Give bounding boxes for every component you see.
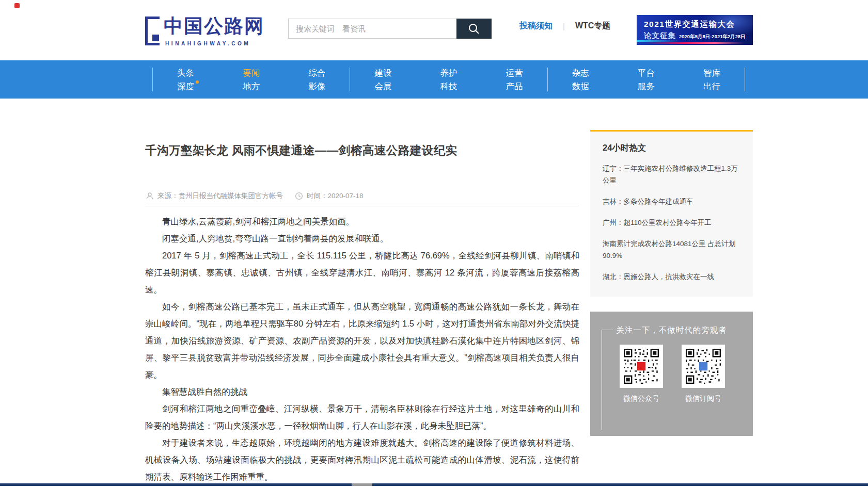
- link-submission-guidelines[interactable]: 投稿须知: [519, 21, 553, 31]
- nav-group-construction: 建设 会展: [350, 60, 416, 99]
- page-corner-marker: [14, 3, 20, 8]
- nav-item-toutiao[interactable]: 头条: [177, 69, 194, 77]
- article-source: 来源：贵州日报当代融媒体集团官方帐号: [146, 191, 283, 201]
- corner-bracket-decoration: [602, 330, 602, 430]
- wechat-official-qr-code: [620, 345, 663, 388]
- search-button[interactable]: [456, 19, 492, 39]
- article-paragraph: 2017 年 5 月，剑榕高速正式动工，全长 115.115 公里，桥隧比高达 …: [145, 247, 579, 298]
- banner-dates: 2020年5月8日-2021年2月28日: [679, 34, 746, 40]
- nav-group-magazine: 杂志 数据: [548, 60, 613, 99]
- banner-red-streak-decoration: [645, 42, 745, 44]
- hot-articles-box: 24小时热文 辽宁：三年实施农村公路维修改造工程1.3万公里 吉林：多条公路今年…: [590, 130, 753, 297]
- banner-title: 2021世界交通运输大会: [644, 19, 735, 30]
- qr-center-logo: [637, 362, 645, 370]
- new-badge-dot: [196, 80, 199, 84]
- follow-box-title: 关注一下，不做时代的旁观者: [590, 325, 753, 336]
- person-icon: [146, 192, 154, 200]
- nav-group-maintenance: 养护 科技: [416, 60, 481, 99]
- nav-item-keji[interactable]: 科技: [440, 82, 457, 91]
- wechat-subscription-qr-code: [682, 345, 725, 388]
- article-source-label: 来源：贵州日报当代融媒体集团官方帐号: [157, 191, 283, 201]
- main-nav: 头条 深度 要闻 地方 综合 影像 建设 会展 养护 科技 运营: [0, 60, 868, 99]
- nav-item-yingxiang[interactable]: 影像: [308, 82, 325, 91]
- nav-group-thinktank: 智库 出行: [679, 60, 745, 99]
- article-divider: [145, 206, 579, 206]
- nav-item-shuju[interactable]: 数据: [572, 82, 589, 91]
- nav-item-zhiku[interactable]: 智库: [703, 69, 720, 77]
- nav-item-huizhan[interactable]: 会展: [374, 82, 391, 91]
- bottom-footer-edge: [0, 483, 868, 486]
- clock-icon: [295, 192, 303, 200]
- hot-article-link[interactable]: 海南累计完成农村公路14081公里 占总计划90.9%: [603, 238, 740, 262]
- nav-group-headlines: 头条 深度: [153, 60, 218, 99]
- page: 中国公路网 HINAHIGHWAY.COM 投稿须知 | WTC专题: [0, 0, 868, 487]
- logo-title: 中国公路网: [164, 13, 264, 39]
- qr-label-subscription: 微信订阅号: [682, 394, 725, 403]
- hot-articles-title: 24小时热文: [603, 142, 740, 154]
- article-time-label: 时间：2020-07-18: [307, 191, 364, 201]
- nav-group-news: 要闻 地方: [218, 60, 284, 99]
- conference-banner-ad[interactable]: 2021世界交通运输大会 论文征集 2020年5月8日-2021年2月28日: [637, 15, 753, 45]
- nav-item-yaowen-active[interactable]: 要闻: [243, 69, 260, 77]
- article-paragraph: 剑河和榕江两地之间重峦叠嶂、江河纵横、景象万千，清朝名臣林则徐在行经这片土地，对…: [145, 400, 579, 434]
- nav-item-yunying[interactable]: 运营: [506, 69, 523, 77]
- logo-bracket-icon: [145, 17, 160, 45]
- header-links: 投稿须知 | WTC专题: [519, 21, 610, 31]
- nav-item-jianshe[interactable]: 建设: [374, 69, 391, 77]
- article-paragraph: 闭塞交通,人穷地贫,弯弯山路一直制约着两县的发展和联通。: [145, 230, 579, 247]
- link-wtc-special[interactable]: WTC专题: [575, 21, 610, 31]
- banner-subtitle-row: 论文征集 2020年5月8日-2021年2月28日: [644, 31, 746, 41]
- hot-article-link[interactable]: 辽宁：三年实施农村公路维修改造工程1.3万公里: [603, 163, 740, 187]
- article-paragraph: 青山绿水,云蒸霞蔚,剑河和榕江两地之间美景如画。: [145, 213, 579, 230]
- nav-item-difang[interactable]: 地方: [243, 82, 260, 91]
- nav-item-zazhi[interactable]: 杂志: [572, 69, 589, 77]
- links-separator: |: [563, 22, 565, 30]
- nav-item-fuwu[interactable]: 服务: [638, 82, 655, 91]
- qr-center-logo: [699, 362, 707, 370]
- hot-article-link[interactable]: 吉林：多条公路今年建成通车: [603, 196, 740, 208]
- wechat-follow-box: 关注一下，不做时代的旁观者: [590, 312, 753, 436]
- article-title: 千沟万壑架长龙 风雨不惧建通途——剑榕高速公路建设纪实: [145, 142, 579, 158]
- nav-item-yanghu[interactable]: 养护: [440, 69, 457, 77]
- search-input[interactable]: [288, 19, 456, 39]
- search-bar: [288, 19, 492, 39]
- nav-item-zonghe[interactable]: 综合: [308, 69, 325, 77]
- nav-group-operation: 运营 产品: [482, 60, 547, 99]
- nav-item-chuxing[interactable]: 出行: [703, 82, 720, 91]
- nav-item-pingtai[interactable]: 平台: [638, 69, 655, 77]
- qr-label-official: 微信公众号: [620, 394, 663, 403]
- article-paragraph: 集智慧战胜自然的挑战: [145, 383, 579, 400]
- banner-cta: 论文征集: [644, 31, 676, 41]
- logo-square-icon: [152, 35, 159, 41]
- hot-article-link[interactable]: 湖北：恩施公路人，抗洪救灾在一线: [603, 271, 740, 283]
- article-paragraph: 对于建设者来说，生态越原始，环境越幽闭的地方建设难度就越大。剑榕高速的建设除了便…: [145, 434, 579, 485]
- nav-item-chanpin[interactable]: 产品: [506, 82, 523, 91]
- article-paragraph: 如今，剑榕高速公路已基本完工，虽未正式通车，但从高空眺望，宽阔通畅的高速公路犹如…: [145, 298, 579, 383]
- nav-group-platform: 平台 服务: [613, 60, 679, 99]
- hot-article-link[interactable]: 广州：超110公里农村公路今年开工: [603, 217, 740, 229]
- article-body: 青山绿水,云蒸霞蔚,剑河和榕江两地之间美景如画。 闭塞交通,人穷地贫,弯弯山路一…: [145, 213, 579, 487]
- horizontal-scrollbar-thumb[interactable]: [352, 483, 372, 486]
- site-header: 中国公路网 HINAHIGHWAY.COM 投稿须知 | WTC专题: [0, 0, 868, 60]
- nav-group-general: 综合 影像: [284, 60, 350, 99]
- nav-inner: 头条 深度 要闻 地方 综合 影像 建设 会展 养护 科技 运营: [152, 60, 745, 99]
- nav-item-shendu[interactable]: 深度: [177, 82, 194, 91]
- logo-subtitle: HINAHIGHWAY.COM: [165, 41, 250, 46]
- article-time: 时间：2020-07-18: [295, 191, 364, 201]
- nav-divider: [745, 68, 745, 91]
